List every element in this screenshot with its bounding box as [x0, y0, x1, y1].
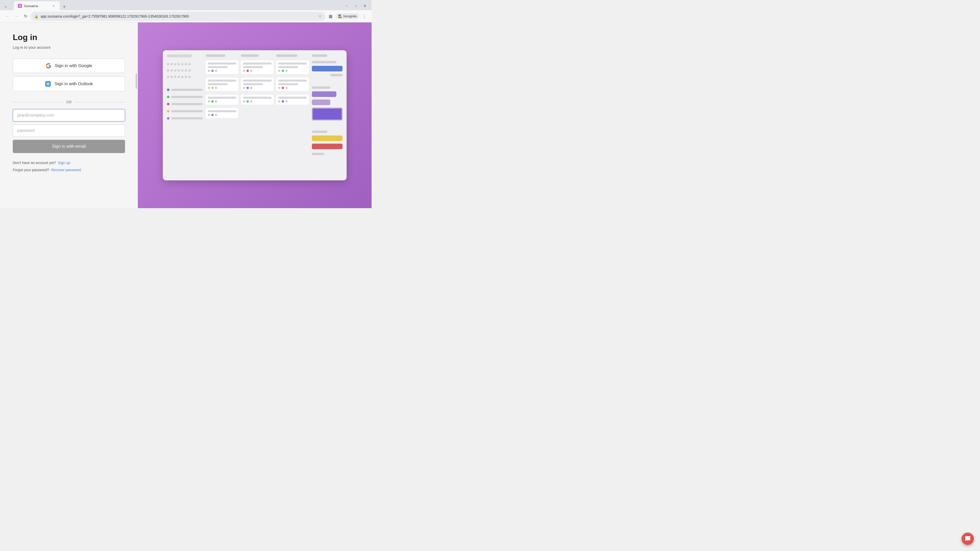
- email-input[interactable]: [13, 109, 125, 121]
- task-bar: [208, 97, 236, 99]
- task-dots: [278, 70, 307, 72]
- cal-block-yellow: [312, 135, 342, 141]
- forward-icon: →: [14, 14, 18, 19]
- dot: [174, 69, 177, 72]
- address-bar[interactable]: 🔒 app.sunsama.com/login?_ga=2.75597981.9…: [30, 12, 325, 21]
- task-dot: [208, 114, 210, 116]
- list-bar: [171, 103, 203, 105]
- col-header-2: [241, 54, 259, 57]
- task-bar: [243, 62, 272, 65]
- scrollbar[interactable]: [136, 73, 137, 89]
- outlook-signin-button[interactable]: O Sign in with Outlook: [13, 76, 125, 91]
- minimize-button[interactable]: −: [343, 2, 350, 10]
- google-signin-button[interactable]: Sign in with Google: [13, 59, 125, 73]
- toolbar-right: ▦ 🕵 Incognito ⋮: [326, 12, 369, 21]
- dot: [181, 69, 183, 72]
- col-task: [276, 78, 309, 91]
- outlook-icon: O: [45, 81, 51, 87]
- dots-row-3: [167, 76, 203, 78]
- list-item-blue: [167, 89, 203, 91]
- task-dot: [282, 70, 284, 72]
- task-dot: [278, 100, 280, 103]
- task-dot: [282, 100, 284, 103]
- sidebar-toggle-button[interactable]: ▦: [326, 12, 334, 21]
- google-icon: [46, 63, 51, 68]
- dots-row-2: [167, 69, 203, 72]
- dot: [185, 69, 187, 72]
- dot: [167, 63, 169, 65]
- email-signin-label: Sign in with email: [52, 144, 86, 149]
- task-dot: [247, 70, 249, 72]
- svg-text:O: O: [47, 83, 49, 85]
- list-bar: [171, 118, 203, 119]
- cal-block-purple: [312, 91, 336, 97]
- active-tab[interactable]: S Sunsama ×: [14, 1, 60, 11]
- task-dot: [250, 70, 252, 72]
- task-dots: [243, 100, 272, 103]
- dot-blue: [167, 89, 169, 91]
- preview-calendar: [312, 54, 342, 176]
- menu-button[interactable]: ⋮: [360, 12, 369, 21]
- tab-close-button[interactable]: ×: [52, 4, 56, 8]
- dot: [167, 69, 169, 72]
- cal-bar: [330, 74, 342, 76]
- cal-bar: [312, 130, 327, 133]
- dot-yellow: [167, 110, 169, 113]
- col-task: [206, 78, 239, 91]
- task-bar: [278, 66, 298, 68]
- task-dot: [208, 100, 210, 103]
- back-button[interactable]: ←: [3, 12, 11, 21]
- task-bar: [278, 83, 298, 85]
- dot: [174, 63, 177, 65]
- dot: [181, 76, 183, 78]
- task-dots: [243, 87, 272, 89]
- refresh-button[interactable]: ↻: [21, 12, 30, 21]
- dot-red: [167, 103, 169, 105]
- col-task: [241, 60, 274, 74]
- close-window-button[interactable]: ✕: [361, 2, 369, 10]
- preview-panel: [138, 22, 372, 208]
- task-dots: [208, 70, 236, 72]
- bookmark-star-icon[interactable]: ☆: [318, 14, 322, 19]
- google-signin-label: Sign in with Google: [55, 63, 92, 68]
- divider-text: OR: [66, 100, 72, 104]
- col-header-1: [206, 54, 225, 57]
- task-dot: [250, 100, 252, 103]
- signup-link[interactable]: Sign up.: [58, 161, 71, 165]
- menu-icon: ⋮: [363, 14, 366, 19]
- login-title: Log in: [13, 33, 125, 42]
- cal-block-blue: [312, 66, 342, 71]
- col-task: [241, 78, 274, 91]
- col-task: [241, 95, 274, 105]
- task-dots: [208, 114, 236, 116]
- refresh-icon: ↻: [24, 14, 27, 19]
- email-signin-button[interactable]: Sign in with email: [13, 140, 125, 153]
- page-content: Log in Log in to your account Sign in wi…: [0, 22, 372, 208]
- chevron-down-button[interactable]: ⌄: [2, 2, 9, 10]
- list-bar: [171, 89, 203, 91]
- dot: [185, 63, 187, 65]
- password-input[interactable]: [13, 124, 125, 137]
- dot: [170, 69, 173, 72]
- recover-password-link[interactable]: Recover password.: [51, 168, 82, 172]
- browser-controls: ⌄: [2, 2, 9, 10]
- preview-inner: [163, 50, 347, 180]
- new-tab-button[interactable]: +: [61, 3, 68, 11]
- divider-line-right: [75, 102, 125, 102]
- app-preview: [163, 50, 347, 180]
- col-task: [276, 95, 309, 105]
- login-subtitle: Log in to your account: [13, 45, 125, 49]
- footer-links: Don't have an account yet? Sign up. Forg…: [13, 159, 125, 173]
- divider-line-left: [13, 102, 63, 102]
- forward-button[interactable]: →: [12, 12, 21, 21]
- dot: [170, 63, 173, 65]
- task-dot: [211, 70, 213, 72]
- tab-favicon: S: [18, 4, 22, 8]
- maximize-button[interactable]: □: [352, 2, 360, 10]
- task-dot: [215, 114, 217, 116]
- task-dots: [208, 87, 236, 89]
- incognito-icon: 🕵: [338, 14, 342, 18]
- cal-block-red: [312, 144, 342, 149]
- cal-header: [312, 54, 327, 57]
- task-dots: [278, 100, 307, 103]
